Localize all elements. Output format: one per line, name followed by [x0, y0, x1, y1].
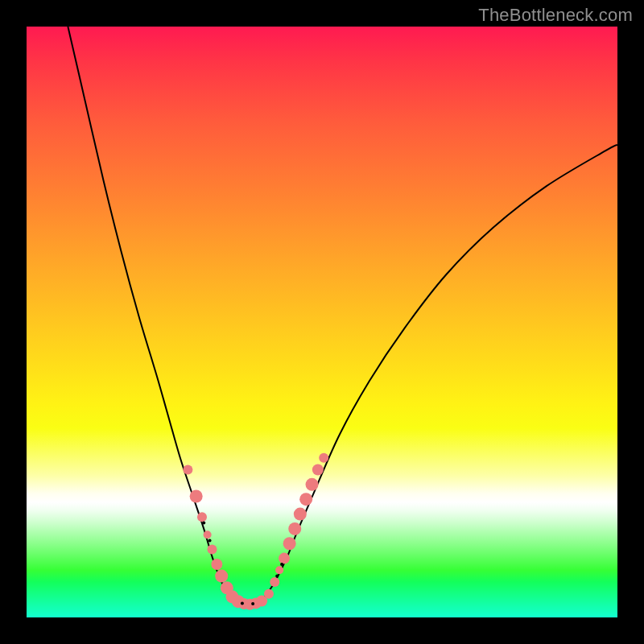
marker-dots-right: [264, 589, 274, 599]
curve-layer: [27, 27, 617, 617]
marker-dots-right: [288, 522, 301, 535]
marker-dots-right: [319, 453, 328, 463]
marker-small-black: [241, 601, 244, 605]
plot-area: [27, 27, 617, 617]
chart-container: TheBottleneck.com: [0, 0, 644, 644]
marker-dots-right: [294, 508, 307, 521]
bottleneck-curve-right: [263, 145, 617, 600]
marker-small-black: [251, 602, 254, 605]
marker-dots-right: [299, 493, 312, 506]
bottleneck-curve-left: [68, 27, 233, 600]
marker-dots-right: [279, 553, 290, 564]
marker-small-black: [280, 563, 283, 566]
marker-dots-left: [197, 512, 207, 522]
marker-dots-right: [312, 464, 324, 476]
marker-dots-left: [204, 530, 212, 539]
marker-group: [183, 453, 328, 610]
marker-dots-right: [306, 478, 319, 491]
marker-dots-left: [211, 559, 222, 570]
marker-dots-right: [275, 566, 283, 574]
marker-dots-right: [283, 537, 296, 550]
marker-dots-left: [215, 570, 228, 583]
marker-small-black: [202, 522, 205, 525]
marker-small-black: [208, 539, 212, 543]
curve-group: [68, 27, 617, 604]
marker-dots-left: [207, 545, 217, 555]
watermark-text: TheBottleneck.com: [478, 5, 633, 26]
marker-dots-left: [183, 465, 192, 475]
marker-small-black: [275, 575, 279, 578]
marker-dots-left: [190, 490, 203, 503]
marker-dots-right: [270, 577, 279, 587]
